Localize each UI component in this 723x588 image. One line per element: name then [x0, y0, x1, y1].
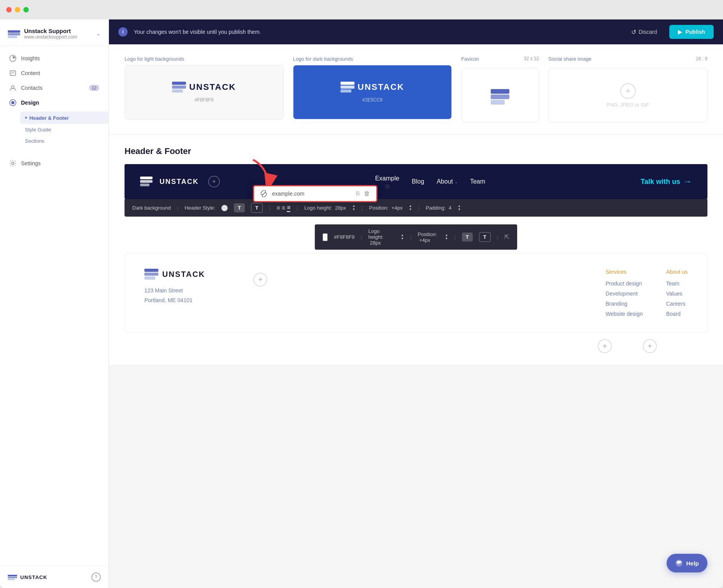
footer-link-branding[interactable]: Branding	[605, 301, 642, 307]
footer-link-development[interactable]: Development	[605, 290, 642, 297]
sidebar-header: Unstack Support www.unstacksupport.com ⌄	[0, 19, 109, 46]
logos-grid: Logo for light backgrounds UNSTACK #	[125, 56, 707, 122]
footer-add-col2-button[interactable]: +	[643, 339, 657, 353]
brand-section: Logo for light backgrounds UNSTACK #	[109, 44, 723, 135]
footer-position-stepper[interactable]: ▲ ▼	[445, 234, 448, 240]
url-input[interactable]: example.com	[272, 191, 351, 197]
copy-url-icon[interactable]: ⎘	[356, 190, 360, 197]
logo-light-card: Logo for light backgrounds UNSTACK #	[125, 56, 284, 122]
svg-rect-27	[144, 269, 158, 272]
header-style-T-filled[interactable]: T	[234, 203, 245, 212]
header-style-T-outline[interactable]: T	[251, 203, 263, 213]
help-button[interactable]: Help	[667, 554, 707, 572]
footer-add-col1-button[interactable]: +	[598, 339, 612, 353]
footer-link-values[interactable]: Values	[666, 290, 688, 297]
sidebar-item-contacts[interactable]: Contacts 12	[0, 80, 109, 95]
sidebar-item-design[interactable]: Design	[0, 95, 109, 110]
align-left-button[interactable]: ≡	[276, 204, 280, 212]
favicon-preview[interactable]	[461, 68, 539, 122]
svg-rect-25	[140, 180, 153, 183]
logo-light-color: #F8F8F9	[195, 97, 214, 103]
header-nav-team[interactable]: Team	[470, 178, 485, 185]
delete-url-icon[interactable]: 🗑	[364, 190, 370, 197]
header-footer-label: Header & Footer	[30, 115, 69, 121]
insights-label: Insights	[21, 55, 40, 61]
sidebar-footer-brand: UNSTACK	[8, 572, 88, 582]
footer-address-line1: 123 Main Street	[144, 286, 238, 296]
social-preview[interactable]: + PNG, JPEG or GIF	[548, 68, 707, 122]
sidebar-footer: UNSTACK ?	[0, 566, 109, 588]
align-right-button[interactable]: ≡	[287, 204, 290, 212]
discard-button[interactable]: ↺ Discard	[625, 25, 663, 39]
header-nav-blog[interactable]: Blog	[412, 178, 424, 185]
footer-T-outline[interactable]: T	[479, 232, 491, 242]
footer-bottom-actions: + +	[125, 333, 707, 365]
svg-rect-2	[8, 36, 17, 38]
header-footer-section: Header & Footer	[109, 135, 723, 365]
favicon-card: Favicon 32 x 32	[461, 56, 539, 122]
footer-logo: UNSTACK	[144, 269, 238, 280]
footer-logo-height-stepper[interactable]: ▲ ▼	[401, 234, 404, 240]
example-nav-icon: ⬛	[385, 184, 390, 189]
logo-dark-color: #2E5CC9	[362, 97, 383, 103]
header-preview: UNSTACK + Example ⬛ Blog About	[125, 164, 707, 199]
cta-arrow-icon: →	[683, 177, 692, 187]
svg-rect-28	[144, 273, 158, 276]
link-icon	[260, 190, 267, 197]
align-center-button[interactable]: ≡	[282, 204, 285, 212]
svg-rect-15	[172, 86, 186, 89]
header-nav-about[interactable]: About ⌄	[437, 178, 458, 185]
header-nav-example[interactable]: Example ⬛	[375, 175, 399, 189]
svg-rect-11	[8, 575, 17, 576]
footer-color-swatch[interactable]	[323, 233, 328, 241]
unstack-text-light: UNSTACK	[189, 82, 236, 92]
footer-link-icon-button[interactable]: ⇱	[504, 233, 509, 241]
sidebar-expand-icon[interactable]: ⌄	[96, 30, 101, 37]
separator-4: |	[362, 205, 363, 211]
publish-button[interactable]: ▶ Publish	[669, 25, 714, 39]
svg-rect-19	[340, 89, 351, 93]
sidebar-item-settings[interactable]: Settings	[0, 156, 109, 171]
close-btn[interactable]	[6, 7, 12, 12]
url-bar[interactable]: example.com ⎘ 🗑	[253, 185, 377, 202]
sidebar-item-sections[interactable]: Sections	[20, 135, 109, 147]
footer-link-board[interactable]: Board	[666, 311, 688, 317]
sidebar-item-header-footer[interactable]: Header & Footer	[20, 112, 109, 124]
svg-rect-13	[8, 579, 15, 580]
footer-link-careers[interactable]: Careers	[666, 301, 688, 307]
padding-label: Padding: 4	[426, 205, 451, 211]
sidebar-item-insights[interactable]: Insights	[0, 51, 109, 66]
app-body: Unstack Support www.unstacksupport.com ⌄…	[0, 19, 723, 588]
footer-position-label: Position: +4px	[418, 231, 439, 243]
footer-T-filled[interactable]: T	[462, 233, 473, 242]
sidebar-item-content[interactable]: Content	[0, 66, 109, 80]
header-cta[interactable]: Talk with us →	[641, 177, 692, 187]
settings-label: Settings	[21, 160, 41, 166]
position-stepper[interactable]: ▲ ▼	[409, 205, 412, 211]
separator-3: |	[297, 205, 298, 211]
header-add-item-button[interactable]: +	[208, 176, 220, 187]
header-style-toggle[interactable]	[221, 205, 228, 211]
unstack-logo-light: UNSTACK	[172, 82, 236, 93]
logo-dark-card: Logo for dark backgrounds UNSTACK #2	[293, 56, 452, 122]
logo-dark-preview[interactable]: UNSTACK #2E5CC9	[293, 65, 452, 119]
footer-link-product-design[interactable]: Product design	[605, 280, 642, 287]
design-label: Design	[21, 100, 39, 106]
logo-light-preview[interactable]: UNSTACK #F8F8F9	[125, 65, 284, 119]
padding-stepper[interactable]: ▲ ▼	[458, 205, 461, 211]
sidebar-url: www.unstacksupport.com	[24, 34, 92, 40]
svg-rect-16	[172, 89, 183, 93]
svg-rect-4	[10, 71, 16, 75]
footer-link-team[interactable]: Team	[666, 280, 688, 287]
help-circle-icon[interactable]: ?	[91, 572, 101, 582]
footer-link-website-design[interactable]: Website design	[605, 311, 642, 317]
notification-bar: i Your changes won't be visible until yo…	[109, 19, 723, 44]
titlebar	[0, 0, 723, 19]
footer-add-column-button[interactable]: +	[253, 273, 267, 287]
logo-height-stepper[interactable]: ▲ ▼	[352, 205, 355, 211]
minimize-btn[interactable]	[15, 7, 20, 12]
header-brand-name: UNSTACK	[160, 178, 199, 186]
sidebar-item-style-guide[interactable]: Style Guide	[20, 124, 109, 135]
maximize-btn[interactable]	[23, 7, 29, 12]
social-placeholder: + PNG, JPEG or GIF	[607, 83, 649, 108]
